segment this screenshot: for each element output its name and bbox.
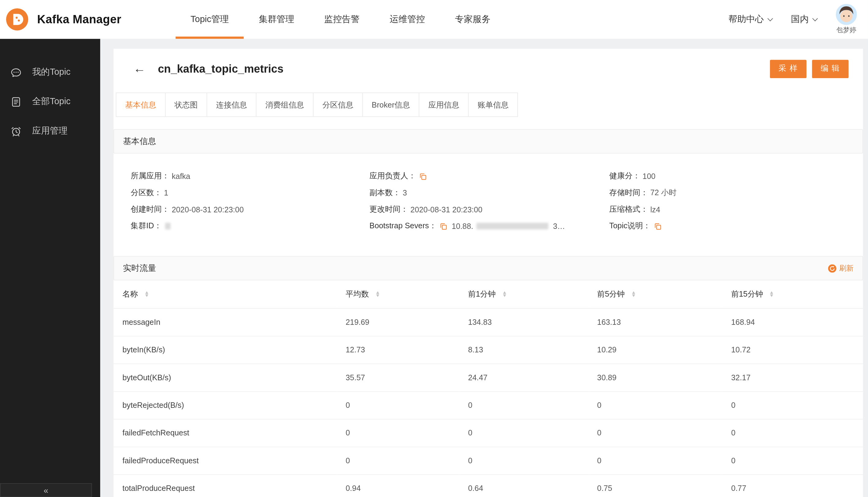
realtime-section-header: 实时流量 刷新 (114, 256, 863, 281)
metric-value-cell: 168.94 (722, 308, 863, 336)
field-topic-description: Topic说明： (609, 218, 863, 235)
field-value: 2020-08-31 20:23:00 (410, 205, 482, 214)
sample-button[interactable]: 采 样 (770, 59, 807, 78)
field-label: 副本数： (370, 188, 400, 198)
field-value: 100 (642, 172, 655, 181)
metric-value-cell: 0 (459, 419, 588, 446)
copy-icon[interactable] (654, 223, 661, 230)
user-menu[interactable]: 包梦婷 (836, 4, 857, 35)
field-label: 分区数： (131, 188, 162, 198)
edit-button[interactable]: 编 辑 (812, 59, 849, 78)
sort-desc-icon[interactable]: ▼ (631, 294, 636, 298)
sidebar-collapse-button[interactable]: « (0, 483, 92, 497)
field-retention-time: 存储时间： 72 小时 (609, 184, 863, 201)
section-title: 基本信息 (123, 136, 156, 146)
refresh-label: 刷新 (839, 263, 854, 273)
nav-cluster-management[interactable]: 集群管理 (244, 0, 309, 39)
field-label: 压缩格式： (609, 204, 648, 214)
user-avatar[interactable] (836, 4, 857, 25)
sort-control[interactable]: ▲▼ (502, 291, 507, 298)
field-create-time: 创建时间： 2020-08-31 20:23:00 (131, 201, 370, 217)
metric-value-cell: 8.13 (459, 336, 588, 364)
sort-desc-icon[interactable]: ▼ (375, 294, 380, 298)
metric-value-cell: 0 (337, 391, 460, 419)
field-cluster-id: 集群ID： (131, 218, 370, 235)
document-icon (10, 96, 23, 108)
metric-value-cell: 163.13 (588, 308, 723, 336)
field-value: 10.88. (452, 222, 473, 230)
field-label: Topic说明： (609, 221, 651, 231)
metric-value-cell: 0 (459, 391, 588, 419)
table-row: messageIn 219.69 134.83 163.13 168.94 (114, 308, 863, 336)
app-root: Kafka Manager Topic管理 集群管理 监控告警 运维管控 专家服… (0, 0, 868, 497)
field-label: 集群ID： (131, 221, 162, 231)
table-row: byteRejected(B/s) 0 0 0 0 (114, 391, 863, 419)
chevron-down-icon (812, 16, 818, 21)
copy-icon[interactable] (419, 172, 426, 180)
brand-area: Kafka Manager (0, 8, 140, 31)
sort-desc-icon[interactable]: ▼ (502, 294, 507, 298)
sidebar-item-label: 我的Topic (32, 67, 70, 78)
sidebar-item-my-topic[interactable]: 我的Topic (0, 58, 100, 87)
field-owner-app: 所属应用： kafka (131, 168, 370, 184)
field-compression-format: 压缩格式： lz4 (609, 201, 863, 217)
column-header-average: 平均数 ▲▼ (337, 280, 460, 308)
metric-value-cell: 0 (588, 447, 723, 474)
sidebar-item-app-management[interactable]: 应用管理 (0, 116, 100, 146)
field-label: 健康分： (609, 171, 640, 181)
metric-name-cell: byteRejected(B/s) (114, 391, 337, 419)
metric-value-cell: 0.94 (337, 474, 460, 497)
sidebar-item-label: 应用管理 (32, 125, 68, 137)
refresh-icon (828, 264, 837, 272)
field-label: 应用负责人： (370, 171, 416, 181)
field-value-fragment: 3… (553, 222, 565, 230)
metric-value-cell: 219.69 (337, 308, 460, 336)
tab-app-info[interactable]: 应用信息 (419, 93, 469, 117)
metric-value-cell: 0.64 (459, 474, 588, 497)
tab-status-chart[interactable]: 状态图 (165, 93, 207, 117)
help-center-label: 帮助中心 (728, 13, 764, 25)
main-nav: Topic管理 集群管理 监控告警 运维管控 专家服务 (175, 0, 505, 39)
username-label: 包梦婷 (837, 26, 856, 35)
sort-control[interactable]: ▲▼ (770, 291, 774, 298)
nav-ops-control[interactable]: 运维管控 (375, 0, 440, 39)
back-button[interactable]: ← (133, 62, 146, 75)
sort-desc-icon[interactable]: ▼ (769, 294, 774, 298)
sort-desc-icon[interactable]: ▼ (144, 294, 149, 298)
sort-control[interactable]: ▲▼ (376, 291, 380, 298)
tab-broker-info[interactable]: Broker信息 (362, 93, 420, 117)
metric-value-cell: 0.75 (588, 474, 723, 497)
sort-control[interactable]: ▲▼ (145, 291, 149, 298)
column-header-name: 名称 ▲▼ (114, 280, 337, 308)
sort-control[interactable]: ▲▼ (631, 291, 636, 298)
tab-consumer-group-info[interactable]: 消费组信息 (256, 93, 314, 117)
metric-name-cell: failedProduceRequest (114, 447, 337, 474)
topic-detail-card: ← cn_kafka_topic_metrics 采 样 编 辑 基本信息 状态… (114, 49, 863, 497)
help-center-menu[interactable]: 帮助中心 (728, 13, 772, 25)
table-row: byteIn(KB/s) 12.73 8.13 10.29 10.72 (114, 336, 863, 364)
field-value: 3 (403, 188, 407, 197)
column-header-last-15min: 前15分钟 ▲▼ (722, 280, 863, 308)
app-logo-icon[interactable] (5, 8, 29, 31)
nav-monitor-alert[interactable]: 监控告警 (309, 0, 375, 39)
tab-basic-info[interactable]: 基本信息 (116, 93, 166, 117)
page-title: cn_kafka_topic_metrics (158, 62, 283, 75)
tab-connection-info[interactable]: 连接信息 (207, 93, 257, 117)
tab-bill-info[interactable]: 账单信息 (468, 93, 518, 117)
sidebar-item-all-topic[interactable]: 全部Topic (0, 87, 100, 116)
region-label: 国内 (791, 13, 809, 25)
copy-icon[interactable] (440, 223, 447, 230)
region-selector[interactable]: 国内 (791, 13, 817, 25)
nav-topic-management[interactable]: Topic管理 (175, 0, 244, 39)
column-label: 前15分钟 (731, 289, 763, 298)
field-label: 创建时间： (131, 204, 170, 214)
sidebar-item-label: 全部Topic (32, 96, 70, 108)
field-value: 2020-08-31 20:23:00 (172, 205, 244, 214)
metric-value-cell: 0 (722, 391, 863, 419)
metric-value-cell: 24.47 (459, 364, 588, 391)
nav-expert-service[interactable]: 专家服务 (440, 0, 505, 39)
metric-value-cell: 35.57 (337, 364, 460, 391)
refresh-button[interactable]: 刷新 (828, 263, 854, 273)
column-header-last-5min: 前5分钟 ▲▼ (588, 280, 723, 308)
tab-partition-info[interactable]: 分区信息 (313, 93, 363, 117)
